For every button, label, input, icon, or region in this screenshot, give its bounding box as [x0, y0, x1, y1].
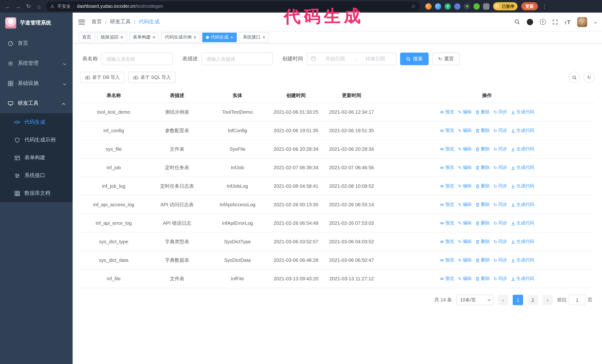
avatar-caret-icon[interactable]	[594, 19, 596, 25]
tab-codegen[interactable]: 代码生成 ×	[202, 32, 237, 42]
browser-update-button[interactable]: 更新	[521, 2, 538, 10]
reload-icon[interactable]: ↻	[25, 3, 32, 10]
page-button-2[interactable]: 2	[527, 295, 538, 305]
sync-link[interactable]: ↻ 同步	[494, 127, 507, 134]
preview-link[interactable]: 预览	[440, 275, 454, 282]
reset-button[interactable]: ↻ 重置	[432, 52, 460, 65]
sidebar-item-form-builder[interactable]: 表单构建	[0, 149, 73, 167]
sync-link[interactable]: ↻ 同步	[494, 257, 507, 263]
table-desc-input[interactable]	[202, 52, 273, 65]
preview-link[interactable]: 预览	[440, 164, 454, 171]
preview-link[interactable]: 预览	[440, 109, 454, 115]
home-browser-icon[interactable]: ⌂	[36, 3, 42, 10]
preview-link[interactable]: 预览	[440, 257, 454, 263]
close-icon[interactable]: ×	[230, 35, 233, 40]
extension-icon[interactable]	[435, 3, 441, 10]
generate-code-link[interactable]: 生成代码	[511, 257, 534, 263]
import-db-button[interactable]: 基于 DB 导入	[80, 72, 125, 83]
refresh-table-button[interactable]: ↻	[583, 72, 595, 83]
edit-link[interactable]: ✎ 编辑	[458, 220, 472, 226]
tab-home[interactable]: 首页	[78, 32, 95, 42]
generate-code-link[interactable]: 生成代码	[511, 146, 534, 152]
preview-link[interactable]: 预览	[440, 127, 454, 134]
preview-link[interactable]: 预览	[440, 201, 454, 208]
generate-code-link[interactable]: 生成代码	[511, 239, 534, 245]
tab-system-api[interactable]: 系统接口 ×	[239, 32, 269, 42]
generate-code-link[interactable]: 生成代码	[511, 220, 534, 226]
search-button[interactable]: 搜索	[400, 52, 429, 65]
delete-link[interactable]: 删除	[475, 127, 490, 134]
generate-code-link[interactable]: 生成代码	[511, 275, 534, 282]
delete-link[interactable]: 删除	[475, 146, 490, 152]
delete-link[interactable]: 删除	[475, 201, 490, 208]
generate-code-link[interactable]: 生成代码	[511, 201, 534, 208]
extension-icon[interactable]	[473, 3, 480, 10]
edit-link[interactable]: ✎ 编辑	[458, 109, 472, 115]
bookmark-star-icon[interactable]: ☆	[411, 3, 416, 9]
edit-link[interactable]: ✎ 编辑	[458, 146, 472, 152]
delete-link[interactable]: 删除	[475, 183, 490, 189]
search-icon[interactable]	[514, 19, 520, 25]
delete-link[interactable]: 删除	[475, 164, 490, 171]
generate-code-link[interactable]: 生成代码	[511, 127, 534, 134]
close-icon[interactable]: ×	[262, 35, 265, 40]
extensions-puzzle-icon[interactable]	[483, 3, 489, 10]
delete-link[interactable]: 删除	[475, 109, 490, 115]
tab-codegen-example[interactable]: 代码生成示例 ×	[161, 32, 200, 42]
app-logo-row[interactable]: 芋道管理系统	[0, 13, 73, 33]
font-size-icon[interactable]: TT	[564, 19, 570, 25]
generate-code-link[interactable]: 生成代码	[511, 109, 534, 115]
extension-icon[interactable]	[425, 3, 431, 10]
sidebar-item-home[interactable]: 首页	[0, 33, 73, 53]
preview-link[interactable]: 预览	[440, 146, 454, 152]
back-icon[interactable]: ←	[4, 3, 11, 10]
browser-menu-icon[interactable]: ⋮	[542, 3, 547, 10]
delete-link[interactable]: 删除	[475, 220, 490, 226]
edit-link[interactable]: ✎ 编辑	[458, 127, 472, 134]
tab-form-builder[interactable]: 表单构建 ×	[129, 32, 159, 42]
preview-link[interactable]: 预览	[440, 220, 454, 226]
preview-link[interactable]: 预览	[440, 183, 454, 189]
github-icon[interactable]	[527, 19, 533, 25]
sidebar-item-system-api[interactable]: 系统接口	[0, 167, 73, 184]
next-page-button[interactable]: ›	[542, 295, 553, 305]
sync-link[interactable]: ↻ 同步	[494, 164, 507, 171]
sidebar-item-codegen-example[interactable]: 代码生成示例	[0, 131, 73, 149]
import-sql-button[interactable]: 基于 SQL 导入	[128, 72, 176, 83]
page-button-1[interactable]: 1	[513, 295, 523, 305]
goto-page-input[interactable]	[569, 295, 585, 305]
sidebar-item-db-doc[interactable]: 数据库文档	[0, 184, 73, 202]
help-icon[interactable]: ?	[540, 19, 546, 25]
generate-code-link[interactable]: 生成代码	[511, 183, 534, 189]
sidebar-item-devtools[interactable]: 研发工具	[0, 93, 73, 113]
table-name-input[interactable]	[101, 52, 173, 65]
sync-link[interactable]: ↻ 同步	[494, 183, 507, 189]
profile-chip[interactable]: 已暂停	[493, 2, 517, 10]
forward-icon[interactable]: →	[15, 3, 22, 10]
breadcrumb-item[interactable]: 首页	[92, 19, 102, 25]
sync-link[interactable]: ↻ 同步	[494, 146, 507, 152]
close-icon[interactable]: ×	[194, 35, 196, 40]
date-range-picker[interactable]: 开始日期 - 结束日期	[307, 52, 396, 65]
page-size-select[interactable]: 10条/页	[456, 295, 494, 305]
toggle-search-button[interactable]	[569, 72, 580, 83]
sidebar-item-system[interactable]: 系统管理	[0, 53, 73, 73]
extension-icon[interactable]	[454, 3, 461, 10]
delete-link[interactable]: 删除	[475, 257, 490, 263]
user-avatar[interactable]	[577, 17, 587, 27]
preview-link[interactable]: 预览	[440, 239, 454, 245]
sync-link[interactable]: ↻ 同步	[494, 275, 507, 282]
sidebar-item-codegen[interactable]: </> 代码生成	[0, 113, 73, 131]
edit-link[interactable]: ✎ 编辑	[458, 164, 472, 171]
extension-icon[interactable]	[464, 3, 470, 10]
fullscreen-icon[interactable]	[552, 19, 558, 25]
sync-link[interactable]: ↻ 同步	[494, 239, 507, 245]
sidebar-item-infra[interactable]: 基础设施	[0, 73, 73, 93]
close-icon[interactable]: ×	[152, 35, 155, 40]
close-icon[interactable]: ×	[120, 35, 123, 40]
tab-tracing[interactable]: 链路追踪 ×	[97, 32, 127, 42]
prev-page-button[interactable]: ‹	[498, 295, 508, 305]
generate-code-link[interactable]: 生成代码	[511, 164, 534, 171]
edit-link[interactable]: ✎ 编辑	[458, 201, 472, 208]
extension-icon[interactable]: V	[445, 3, 451, 10]
